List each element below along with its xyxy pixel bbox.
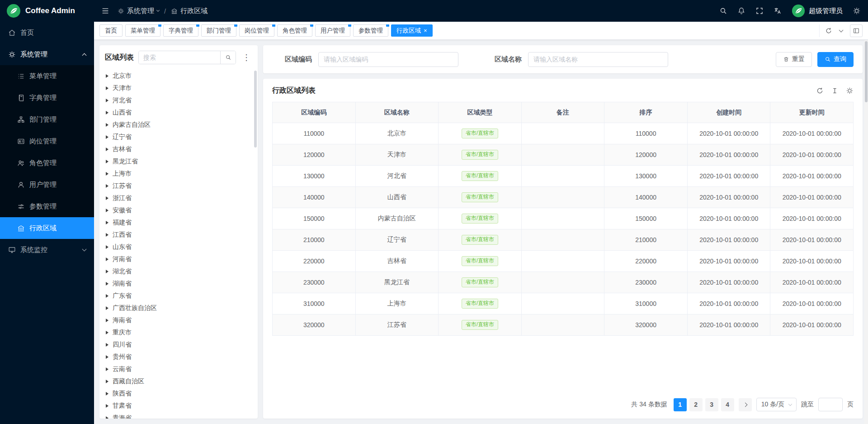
reset-button[interactable]: 重置 [776, 52, 812, 67]
refresh-icon[interactable] [825, 27, 832, 34]
sidebar-submenu-item[interactable]: 行政区域 [0, 217, 94, 239]
tree-expand-arrow-icon[interactable] [106, 86, 108, 90]
tree-expand-arrow-icon[interactable] [106, 123, 108, 127]
tab-close-icon[interactable]: × [424, 28, 427, 33]
tree-expand-arrow-icon[interactable] [106, 135, 108, 139]
jump-to-page-input[interactable] [818, 398, 843, 411]
tree-expand-arrow-icon[interactable] [106, 367, 108, 371]
tab[interactable]: 行政区域 × [391, 24, 433, 37]
breadcrumb-item-system[interactable]: 系统管理 [118, 7, 159, 15]
tree-expand-arrow-icon[interactable] [106, 209, 108, 212]
tree-node[interactable]: 湖北省 [99, 265, 258, 277]
sidebar-submenu-item[interactable]: 字典管理 [0, 87, 94, 109]
tree-expand-arrow-icon[interactable] [106, 282, 108, 286]
tree-scrollbar-thumb[interactable] [254, 71, 257, 148]
page-scrollbar[interactable] [864, 40, 868, 424]
tree-node[interactable]: 广东省 [99, 290, 258, 302]
tab[interactable]: 首页 × [99, 24, 123, 37]
tab[interactable]: 部门管理 × [201, 24, 236, 37]
tree-expand-arrow-icon[interactable] [106, 245, 108, 249]
tree-node[interactable]: 福建省 [99, 216, 258, 229]
tree-expand-arrow-icon[interactable] [106, 148, 108, 151]
tree-node[interactable]: 天津市 [99, 82, 258, 94]
tree-node[interactable]: 河南省 [99, 253, 258, 265]
tree-node[interactable]: 江西省 [99, 229, 258, 241]
tree-node[interactable]: 西藏自治区 [99, 375, 258, 387]
tree-expand-arrow-icon[interactable] [106, 331, 108, 334]
tab[interactable]: 参数管理 × [353, 24, 388, 37]
tree-node[interactable]: 陕西省 [99, 387, 258, 400]
tree-node[interactable]: 重庆市 [99, 326, 258, 338]
tree-expand-arrow-icon[interactable] [106, 221, 108, 224]
sidebar-submenu-item[interactable]: 角色管理 [0, 152, 94, 174]
tree-expand-arrow-icon[interactable] [106, 404, 108, 408]
sidebar-group-monitor[interactable]: 系统监控 [0, 239, 94, 261]
tree-search-input[interactable] [139, 51, 220, 64]
tree-expand-arrow-icon[interactable] [106, 233, 108, 237]
sidebar-submenu-item[interactable]: 菜单管理 [0, 65, 94, 87]
layout-toggle-button[interactable] [850, 24, 863, 37]
tree-node[interactable]: 吉林省 [99, 143, 258, 155]
tree-expand-arrow-icon[interactable] [106, 270, 108, 273]
row-density-icon[interactable] [831, 87, 839, 95]
tree-expand-arrow-icon[interactable] [106, 392, 108, 395]
tree-node[interactable]: 四川省 [99, 338, 258, 351]
logo[interactable]: Coffee Admin [0, 0, 94, 22]
search-button[interactable]: 查询 [817, 52, 854, 67]
tab[interactable]: 角色管理 × [277, 24, 312, 37]
sidebar-item-home[interactable]: 首页 [0, 22, 94, 43]
tree-node[interactable]: 青海省 [99, 412, 258, 419]
tree-node[interactable]: 贵州省 [99, 351, 258, 363]
tree-node[interactable]: 黑龙江省 [99, 155, 258, 167]
tree-expand-arrow-icon[interactable] [106, 74, 108, 78]
sidebar-submenu-item[interactable]: 用户管理 [0, 174, 94, 195]
pagination-page-button[interactable]: 4 [721, 398, 734, 411]
tab[interactable]: 用户管理 × [315, 24, 350, 37]
tab-options-chevron-icon[interactable] [839, 28, 844, 32]
sidebar-submenu-item[interactable]: 部门管理 [0, 109, 94, 130]
user-menu[interactable]: 超级管理员 [792, 4, 843, 18]
tree-expand-arrow-icon[interactable] [106, 111, 108, 114]
tree-expand-arrow-icon[interactable] [106, 355, 108, 359]
translate-icon[interactable] [774, 7, 782, 15]
tree-expand-arrow-icon[interactable] [106, 343, 108, 347]
tree-node[interactable]: 湖南省 [99, 277, 258, 290]
tree-node[interactable]: 上海市 [99, 167, 258, 180]
tree-expand-arrow-icon[interactable] [106, 160, 108, 163]
tree-node[interactable]: 江苏省 [99, 180, 258, 192]
pagination-page-button[interactable]: 3 [705, 398, 718, 411]
tree-expand-arrow-icon[interactable] [106, 196, 108, 200]
region-name-input[interactable] [528, 52, 668, 67]
tree-expand-arrow-icon[interactable] [106, 306, 108, 310]
tree-node[interactable]: 辽宁省 [99, 131, 258, 143]
tree-expand-arrow-icon[interactable] [106, 380, 108, 383]
tree-more-options-icon[interactable]: ⋮ [241, 53, 252, 62]
tree-node[interactable]: 海南省 [99, 314, 258, 326]
tree-node[interactable]: 广西壮族自治区 [99, 302, 258, 314]
region-code-input[interactable] [318, 52, 458, 67]
search-icon[interactable] [719, 7, 727, 15]
tree-expand-arrow-icon[interactable] [106, 184, 108, 188]
tree-node[interactable]: 甘肃省 [99, 400, 258, 412]
tree-node[interactable]: 山东省 [99, 241, 258, 253]
sidebar-submenu-item[interactable]: 参数管理 [0, 195, 94, 217]
tree-node[interactable]: 浙江省 [99, 192, 258, 204]
settings-gear-icon[interactable] [853, 7, 861, 15]
tree-expand-arrow-icon[interactable] [106, 99, 108, 102]
page-scrollbar-thumb[interactable] [865, 41, 868, 102]
tree-node[interactable]: 河北省 [99, 94, 258, 106]
tree-search-button[interactable] [220, 51, 236, 64]
tree-expand-arrow-icon[interactable] [106, 416, 108, 419]
tree-expand-arrow-icon[interactable] [106, 172, 108, 176]
pagination-page-button[interactable]: 1 [674, 398, 687, 411]
sidebar-collapse-icon[interactable] [101, 7, 109, 15]
sidebar-group-system[interactable]: 系统管理 [0, 43, 94, 65]
notification-bell-icon[interactable] [737, 7, 745, 15]
pagination-page-button[interactable]: 2 [689, 398, 703, 411]
tree-node[interactable]: 云南省 [99, 363, 258, 375]
column-settings-gear-icon[interactable] [846, 87, 854, 95]
tab[interactable]: 字典管理 × [163, 24, 198, 37]
tree-node[interactable]: 山西省 [99, 106, 258, 119]
fullscreen-icon[interactable] [755, 7, 764, 15]
tree-node[interactable]: 安徽省 [99, 204, 258, 216]
